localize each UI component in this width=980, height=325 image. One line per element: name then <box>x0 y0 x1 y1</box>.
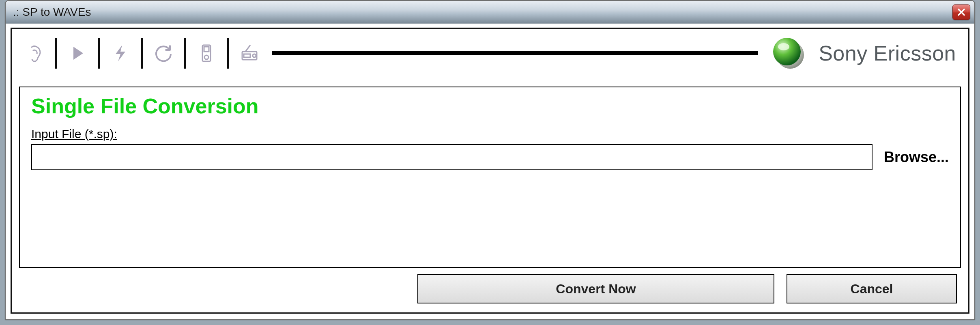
panel-title: Single File Conversion <box>31 94 949 118</box>
play-icon[interactable] <box>66 42 89 65</box>
browse-button[interactable]: Browse... <box>884 149 949 166</box>
brand-logo-icon <box>772 36 806 70</box>
svg-point-9 <box>778 43 789 50</box>
client-area: Sony Ericsson Single File Conversion Inp… <box>11 28 969 314</box>
lightning-icon[interactable] <box>109 42 132 65</box>
brand-text: Sony Ericsson <box>819 41 956 65</box>
input-file-label: Input File (*.sp): <box>31 127 117 141</box>
svg-rect-1 <box>204 47 209 52</box>
window-title: .: SP to WAVEs <box>13 6 952 19</box>
toolbar-separator <box>227 38 229 69</box>
svg-point-6 <box>253 54 256 57</box>
app-window: .: SP to WAVEs <box>5 0 975 320</box>
svg-line-4 <box>245 45 250 52</box>
svg-rect-5 <box>244 54 250 57</box>
conversion-panel: Single File Conversion Input File (*.sp)… <box>19 87 961 268</box>
device-icon[interactable] <box>195 42 218 65</box>
action-button-row: Convert Now Cancel <box>417 274 957 303</box>
toolbar: Sony Ericsson <box>12 29 968 78</box>
toolbar-divider-line <box>272 51 758 55</box>
toolbar-separator <box>141 38 143 69</box>
titlebar[interactable]: .: SP to WAVEs <box>6 1 974 24</box>
toolbar-separator <box>98 38 100 69</box>
svg-point-2 <box>204 55 208 59</box>
toolbar-separator <box>55 38 57 69</box>
toolbar-separator <box>184 38 186 69</box>
svg-point-8 <box>773 38 801 65</box>
refresh-icon[interactable] <box>152 42 175 65</box>
close-button[interactable] <box>952 4 970 20</box>
cancel-button[interactable]: Cancel <box>787 274 957 303</box>
input-file-input[interactable] <box>31 144 873 170</box>
convert-now-button[interactable]: Convert Now <box>417 274 774 303</box>
close-icon <box>957 8 965 16</box>
radio-icon[interactable] <box>238 42 261 65</box>
input-file-field: Input File (*.sp): Browse... <box>31 127 949 170</box>
ear-icon[interactable] <box>23 42 46 65</box>
